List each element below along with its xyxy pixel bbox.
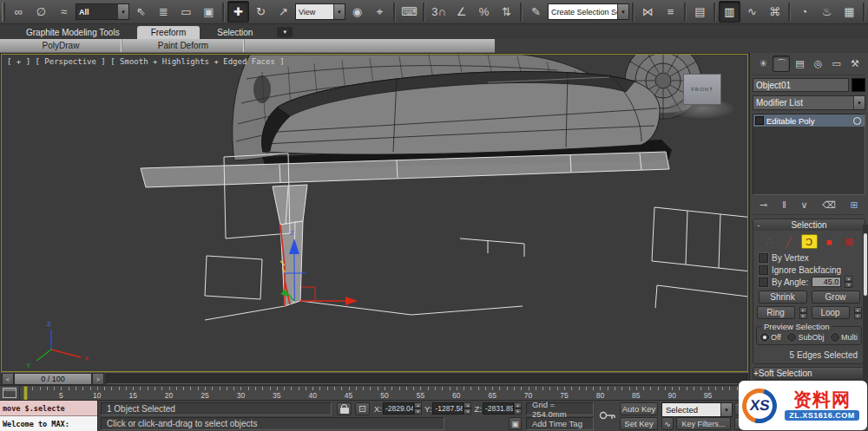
spinner-snap-toggle-button[interactable]: ⇅ xyxy=(496,1,517,23)
modifier-list-dropdown[interactable]: Modifier List ▼ xyxy=(753,95,865,110)
dropdown-arrow-icon[interactable]: ▼ xyxy=(333,4,345,19)
named-selection-sets-dropdown[interactable]: Create Selection Se▼ xyxy=(548,3,629,20)
graphite-modeling-ribbon-toggle-button[interactable]: ▥ xyxy=(719,1,740,23)
add-time-tag[interactable]: Add Time Tag xyxy=(526,417,594,430)
lightbulb-icon[interactable] xyxy=(853,117,861,125)
dropdown-arrow-icon[interactable]: ▼ xyxy=(720,403,732,416)
select-and-link-button[interactable]: ∞ xyxy=(8,1,30,23)
subobject-polygon-button[interactable]: ■ xyxy=(821,234,838,249)
maxscript-mini-listener[interactable]: move $.selecte Welcome to MAX: xyxy=(0,401,98,431)
x-coord-spinner[interactable]: ▲▼ xyxy=(414,402,422,415)
keyboard-shortcut-override-toggle-button[interactable]: ⌨ xyxy=(398,1,420,23)
mirror-button[interactable]: ⋈ xyxy=(637,1,659,23)
open-mini-curve-editor-button[interactable] xyxy=(0,386,20,400)
viewcube-cube[interactable]: FRONT xyxy=(683,74,721,105)
selection-lock-toggle[interactable] xyxy=(337,402,352,415)
object-name-field[interactable]: Object01 xyxy=(753,78,849,92)
tab-display[interactable]: ▭ xyxy=(828,56,845,72)
shrink-button[interactable]: Shrink xyxy=(759,291,807,304)
radio-option-subobj[interactable]: SubObj xyxy=(787,333,824,342)
y-coord-spinner[interactable]: ▲▼ xyxy=(464,402,471,415)
gizmo-x-arrowhead[interactable] xyxy=(345,297,358,305)
absolute-mode-toggle[interactable]: ⊡ xyxy=(355,402,370,415)
tab-selection[interactable]: Selection xyxy=(203,26,266,39)
use-pivot-point-center-button[interactable]: ◉ xyxy=(346,1,368,23)
z-coord-field[interactable]: -2831.899 xyxy=(483,402,514,415)
dropdown-arrow-icon[interactable]: ▼ xyxy=(853,96,865,109)
scrollbar-thumb[interactable] xyxy=(864,233,867,296)
next-frame-button[interactable]: > xyxy=(92,373,104,385)
subobject-element-button[interactable]: ▦ xyxy=(841,234,858,249)
select-and-scale-button[interactable]: ↗ xyxy=(273,1,294,23)
tab-freeform[interactable]: Freeform xyxy=(137,26,201,39)
reference-coordinate-system-dropdown[interactable]: View▼ xyxy=(295,3,345,20)
dropdown-arrow-icon[interactable]: ▼ xyxy=(617,4,628,19)
bind-to-space-warp-button[interactable]: ≈ xyxy=(53,1,75,23)
current-frame-marker[interactable] xyxy=(23,386,28,400)
show-end-result-button[interactable]: ‖ xyxy=(782,199,786,210)
by-angle-checkbox[interactable] xyxy=(759,278,768,287)
object-color-swatch[interactable] xyxy=(852,78,865,92)
rollout-soft-selection[interactable]: +Soft Selection xyxy=(753,367,865,380)
select-and-manipulate-button[interactable]: ⌖ xyxy=(369,1,391,23)
time-slider-handle[interactable]: 0 / 100 xyxy=(14,373,92,385)
subtab-polydraw[interactable]: PolyDraw xyxy=(0,39,122,52)
ignore-backfacing-checkbox[interactable] xyxy=(759,265,768,275)
ring-spinner[interactable]: ▲▼ xyxy=(799,307,807,319)
viewport-scene[interactable]: Z X xyxy=(2,55,747,371)
viewport-label[interactable]: [ + ] [ Perspective ] [ Smooth + Highlig… xyxy=(7,57,285,66)
ring-button[interactable]: Ring xyxy=(757,306,795,319)
percent-snap-toggle-button[interactable]: % xyxy=(473,1,495,23)
set-key-button[interactable]: Set Key xyxy=(620,417,658,430)
radio-option-off[interactable]: Off xyxy=(760,333,781,342)
time-slider-track[interactable] xyxy=(106,374,747,384)
key-mode-dropdown[interactable]: Selected ▼ xyxy=(661,402,733,417)
radio-option-multi[interactable]: Multi xyxy=(831,333,858,342)
tab-modify[interactable]: ⌒ xyxy=(773,56,790,72)
render-setup-button[interactable]: ♨ xyxy=(816,1,838,23)
grow-button[interactable]: Grow xyxy=(812,291,860,304)
snaps-toggle-button[interactable]: 3∩ xyxy=(428,1,450,23)
select-and-move-button[interactable]: ✚ xyxy=(227,1,249,23)
dropdown-arrow-icon[interactable]: ▼ xyxy=(117,4,128,19)
unlink-selection-button[interactable]: ∅ xyxy=(30,1,52,23)
schematic-view-button[interactable]: ⌘ xyxy=(764,1,786,23)
configure-modifier-sets-button[interactable]: ⊞ xyxy=(850,199,858,211)
edit-named-selection-sets-button[interactable]: ✎ xyxy=(525,1,547,23)
angle-snap-toggle-button[interactable]: ∠ xyxy=(450,1,472,23)
rendered-frame-window-button[interactable]: ▦ xyxy=(838,1,860,23)
viewcube[interactable]: FRONT xyxy=(667,74,735,119)
select-by-name-button[interactable]: ≣ xyxy=(153,1,174,23)
align-button[interactable]: ≡ xyxy=(660,1,681,23)
track-bar-ruler[interactable]: 0510152025303540455055606570758085909510… xyxy=(20,386,749,400)
modifier-stack[interactable]: Editable Poly xyxy=(753,114,865,195)
z-coord-spinner[interactable]: ▲▼ xyxy=(514,402,522,415)
material-editor-button[interactable]: ◔ xyxy=(793,1,815,23)
y-coord-field[interactable]: -1287.562 xyxy=(432,402,464,415)
loop-button[interactable]: Loop xyxy=(812,306,850,319)
key-filters-button[interactable]: Key Filters... xyxy=(676,417,731,430)
tab-graphite-modeling-tools[interactable]: Graphite Modeling Tools xyxy=(12,26,134,39)
stack-item-editable-poly[interactable]: Editable Poly xyxy=(753,114,865,127)
listener-output-line[interactable]: Welcome to MAX: xyxy=(0,416,97,431)
subobject-border-button[interactable]: Ɔ xyxy=(801,234,818,249)
previous-frame-button[interactable]: < xyxy=(2,373,14,385)
ribbon-minimize-button[interactable]: ▾ xyxy=(277,27,293,37)
window-crossing-toggle-button[interactable]: ▣ xyxy=(198,1,220,23)
pin-stack-button[interactable]: ⊸ xyxy=(760,199,767,211)
rollout-selection-header[interactable]: - Selection xyxy=(753,219,865,231)
loop-spinner[interactable]: ▲▼ xyxy=(854,307,862,319)
x-coord-field[interactable]: -2829.048 xyxy=(383,402,414,415)
subobject-edge-button[interactable]: ╱ xyxy=(781,234,798,249)
manage-layers-button[interactable]: ▤ xyxy=(689,1,711,23)
perspective-viewport[interactable]: [ + ] [ Perspective ] [ Smooth + Highlig… xyxy=(1,54,748,372)
toolbar-grip[interactable] xyxy=(2,3,5,22)
tab-utilities[interactable]: ⚒ xyxy=(846,56,864,72)
make-unique-button[interactable]: ∨ xyxy=(800,199,807,211)
by-angle-field[interactable]: 45.0 xyxy=(812,277,841,287)
listener-macro-line[interactable]: move $.selecte xyxy=(0,401,97,416)
by-vertex-checkbox[interactable] xyxy=(759,253,768,263)
tab-hierarchy[interactable]: ▤ xyxy=(791,56,808,72)
select-and-rotate-button[interactable]: ↻ xyxy=(250,1,272,23)
auto-key-button[interactable]: Auto Key xyxy=(620,402,658,415)
